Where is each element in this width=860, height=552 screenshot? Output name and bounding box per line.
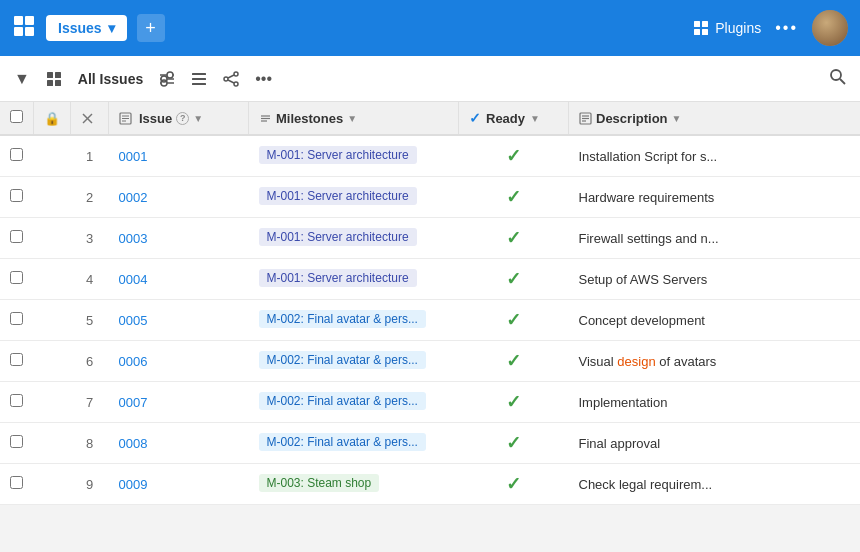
row-milestone[interactable]: M-002: Final avatar & pers... bbox=[249, 341, 459, 382]
filter-icon[interactable] bbox=[159, 71, 175, 87]
filter-toggle-icon[interactable]: ▼ bbox=[14, 70, 30, 88]
avatar[interactable] bbox=[812, 10, 848, 46]
list-view-icon[interactable] bbox=[191, 71, 207, 87]
row-milestone[interactable]: M-003: Steam shop bbox=[249, 464, 459, 505]
more-toolbar-icon[interactable]: ••• bbox=[255, 70, 272, 88]
row-checkbox[interactable] bbox=[10, 189, 23, 202]
issue-link[interactable]: 0006 bbox=[119, 354, 148, 369]
row-milestone[interactable]: M-002: Final avatar & pers... bbox=[249, 382, 459, 423]
row-checkbox[interactable] bbox=[10, 271, 23, 284]
ready-checkmark: ✓ bbox=[506, 351, 521, 371]
issue-link[interactable]: 0007 bbox=[119, 395, 148, 410]
svg-rect-6 bbox=[694, 29, 700, 35]
row-checkbox[interactable] bbox=[10, 230, 23, 243]
th-description-sort[interactable]: ▼ bbox=[672, 113, 682, 124]
row-milestone[interactable]: M-001: Server architecture bbox=[249, 218, 459, 259]
ready-checkmark: ✓ bbox=[506, 474, 521, 494]
milestone-badge[interactable]: M-001: Server architecture bbox=[259, 187, 417, 205]
row-issue[interactable]: 0008 bbox=[109, 423, 249, 464]
row-checkbox[interactable] bbox=[10, 435, 23, 448]
row-issue[interactable]: 0009 bbox=[109, 464, 249, 505]
row-checkbox[interactable] bbox=[10, 353, 23, 366]
milestone-badge[interactable]: M-002: Final avatar & pers... bbox=[259, 351, 426, 369]
row-checkbox-cell[interactable] bbox=[0, 300, 34, 341]
th-issue-sort[interactable]: ▼ bbox=[193, 113, 203, 124]
row-checkbox-cell[interactable] bbox=[0, 423, 34, 464]
grid-view-icon[interactable] bbox=[46, 71, 62, 87]
th-checkbox[interactable] bbox=[0, 102, 34, 135]
row-milestone[interactable]: M-002: Final avatar & pers... bbox=[249, 300, 459, 341]
row-checkbox[interactable] bbox=[10, 476, 23, 489]
select-all-checkbox[interactable] bbox=[10, 110, 23, 123]
milestone-badge[interactable]: M-002: Final avatar & pers... bbox=[259, 310, 426, 328]
th-ready-label: Ready bbox=[486, 111, 525, 126]
ready-checkmark: ✓ bbox=[506, 392, 521, 412]
th-milestones[interactable]: Milestones ▼ bbox=[249, 102, 459, 135]
issue-link[interactable]: 0002 bbox=[119, 190, 148, 205]
milestone-badge[interactable]: M-003: Steam shop bbox=[259, 474, 380, 492]
row-milestone[interactable]: M-001: Server architecture bbox=[249, 177, 459, 218]
description-text: Final approval bbox=[579, 436, 661, 451]
table-row: 90009M-003: Steam shop✓Check legal requi… bbox=[0, 464, 860, 505]
share-icon[interactable] bbox=[223, 71, 239, 87]
row-ready: ✓ bbox=[459, 464, 569, 505]
svg-point-15 bbox=[167, 72, 173, 78]
more-options-button[interactable]: ••• bbox=[775, 19, 798, 37]
issues-tab[interactable]: Issues ▾ bbox=[46, 15, 127, 41]
milestone-badge[interactable]: M-002: Final avatar & pers... bbox=[259, 433, 426, 451]
th-milestones-sort[interactable]: ▼ bbox=[347, 113, 357, 124]
description-text: Installation Script for s... bbox=[579, 149, 718, 164]
row-ready: ✓ bbox=[459, 423, 569, 464]
milestone-badge[interactable]: M-002: Final avatar & pers... bbox=[259, 392, 426, 410]
row-milestone[interactable]: M-001: Server architecture bbox=[249, 259, 459, 300]
row-lock-cell bbox=[34, 218, 71, 259]
th-ready[interactable]: ✓ Ready ▼ bbox=[459, 102, 569, 135]
row-issue[interactable]: 0002 bbox=[109, 177, 249, 218]
svg-rect-7 bbox=[702, 29, 708, 35]
milestone-badge[interactable]: M-001: Server architecture bbox=[259, 269, 417, 287]
plugins-button[interactable]: Plugins bbox=[693, 20, 761, 36]
row-issue[interactable]: 0005 bbox=[109, 300, 249, 341]
issue-link[interactable]: 0003 bbox=[119, 231, 148, 246]
th-issue[interactable]: Issue ? ▼ bbox=[109, 102, 249, 135]
row-issue[interactable]: 0007 bbox=[109, 382, 249, 423]
row-issue[interactable]: 0004 bbox=[109, 259, 249, 300]
svg-rect-23 bbox=[192, 83, 206, 85]
row-checkbox[interactable] bbox=[10, 394, 23, 407]
row-issue[interactable]: 0001 bbox=[109, 135, 249, 177]
grid-icon[interactable] bbox=[12, 14, 36, 43]
ready-checkmark: ✓ bbox=[506, 187, 521, 207]
row-checkbox-cell[interactable] bbox=[0, 218, 34, 259]
milestone-badge[interactable]: M-001: Server architecture bbox=[259, 228, 417, 246]
svg-line-28 bbox=[228, 80, 234, 83]
row-checkbox[interactable] bbox=[10, 148, 23, 161]
svg-rect-9 bbox=[55, 72, 61, 78]
th-issue-label: Issue bbox=[139, 111, 172, 126]
row-lock-cell bbox=[34, 464, 71, 505]
issue-link[interactable]: 0005 bbox=[119, 313, 148, 328]
th-ready-sort[interactable]: ▼ bbox=[530, 113, 540, 124]
issue-link[interactable]: 0008 bbox=[119, 436, 148, 451]
issue-link[interactable]: 0009 bbox=[119, 477, 148, 492]
row-checkbox-cell[interactable] bbox=[0, 135, 34, 177]
search-button[interactable] bbox=[829, 68, 846, 89]
th-description[interactable]: Description ▼ bbox=[569, 102, 861, 135]
milestone-badge[interactable]: M-001: Server architecture bbox=[259, 146, 417, 164]
row-milestone[interactable]: M-001: Server architecture bbox=[249, 135, 459, 177]
row-ready: ✓ bbox=[459, 341, 569, 382]
row-issue[interactable]: 0003 bbox=[109, 218, 249, 259]
row-checkbox-cell[interactable] bbox=[0, 259, 34, 300]
row-milestone[interactable]: M-002: Final avatar & pers... bbox=[249, 423, 459, 464]
row-checkbox-cell[interactable] bbox=[0, 177, 34, 218]
svg-rect-1 bbox=[25, 16, 34, 25]
issues-label: Issues bbox=[58, 20, 102, 36]
row-checkbox[interactable] bbox=[10, 312, 23, 325]
issue-link[interactable]: 0004 bbox=[119, 272, 148, 287]
row-checkbox-cell[interactable] bbox=[0, 464, 34, 505]
row-number: 2 bbox=[71, 177, 109, 218]
row-issue[interactable]: 0006 bbox=[109, 341, 249, 382]
row-checkbox-cell[interactable] bbox=[0, 382, 34, 423]
row-checkbox-cell[interactable] bbox=[0, 341, 34, 382]
add-button[interactable]: + bbox=[137, 14, 165, 42]
issue-link[interactable]: 0001 bbox=[119, 149, 148, 164]
